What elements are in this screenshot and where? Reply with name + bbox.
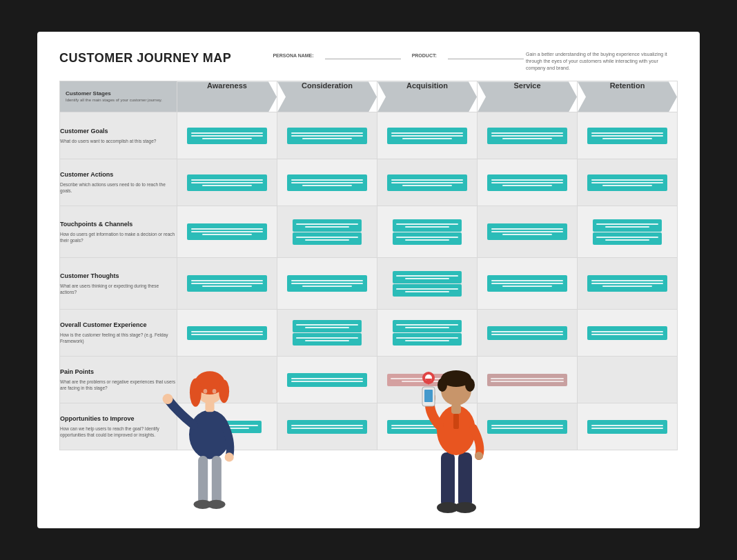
actions-retention (578, 159, 678, 206)
pain-consideration-box (287, 373, 366, 387)
svg-rect-15 (458, 452, 472, 508)
stages-row-title: Customer Stages (60, 88, 177, 99)
stage-retention-arrow: Retention (578, 81, 677, 112)
actions-acquisition-box (387, 174, 466, 191)
svg-rect-10 (212, 456, 222, 504)
pain-desc: What are the problems or negative experi… (60, 379, 177, 391)
opportunities-title: Opportunities to Improve (60, 415, 177, 423)
goals-acquisition (377, 112, 478, 159)
touch-consideration-box2 (293, 232, 362, 245)
touch-service-box (487, 223, 567, 240)
stage-retention-cell: Retention (578, 81, 678, 112)
exp-acquisition-box2 (393, 333, 462, 346)
actions-desc: Describe which actions users need to do … (60, 181, 177, 194)
svg-rect-14 (441, 452, 455, 508)
opp-consideration-box (287, 420, 366, 434)
svg-point-17 (454, 502, 476, 513)
pain-awareness (177, 357, 277, 403)
touch-retention-box1 (593, 219, 662, 232)
actions-awareness (177, 159, 277, 206)
actions-retention-box (587, 174, 667, 191)
actions-consideration (277, 159, 377, 206)
touch-retention-box2 (593, 232, 662, 245)
pain-title: Pain Points (60, 368, 177, 377)
goals-label-cell: Customer Goals What do users want to acc… (60, 112, 177, 159)
actions-service-box (487, 174, 567, 191)
stage-service-cell: Service (478, 81, 578, 112)
thoughts-acquisition-box1 (393, 271, 462, 283)
thoughts-service-box (487, 275, 567, 292)
thoughts-label-cell: Customer Thoughts What are users thinkin… (60, 258, 177, 310)
thoughts-desc: What are users thinking or expecting dur… (60, 283, 177, 295)
product-input[interactable] (448, 51, 524, 59)
pain-retention (578, 357, 678, 403)
stage-awareness-cell: Awareness (177, 81, 277, 112)
goals-consideration (277, 112, 377, 159)
pain-row: Pain Points What are the problems or neg… (60, 357, 678, 403)
pain-acquisition (377, 357, 478, 403)
thoughts-acquisition-box2 (393, 284, 462, 297)
exp-service (478, 310, 578, 357)
thoughts-acquisition (377, 258, 478, 310)
goals-consideration-box (287, 128, 366, 144)
touch-retention (578, 206, 678, 258)
exp-retention (578, 310, 678, 357)
stage-acquisition-cell: Acquisition (377, 81, 478, 112)
stage-awareness-arrow: Awareness (177, 81, 277, 112)
thoughts-awareness-box (187, 275, 266, 292)
actions-title: Customer Actions (60, 171, 177, 179)
product-label: PRODUCT: (412, 53, 437, 58)
goals-retention-box (587, 128, 667, 144)
opp-acquisition (377, 403, 478, 450)
stages-label-cell: Customer Stages Identify all the main st… (60, 81, 177, 112)
stages-row-desc: Identify all the main stages of your cus… (60, 98, 177, 106)
exp-retention-box (587, 326, 667, 340)
goals-awareness-box (187, 128, 266, 144)
actions-awareness-box (187, 174, 266, 191)
goals-desc: What do users want to accomplish at this… (60, 138, 177, 144)
persona-input[interactable] (325, 51, 401, 59)
actions-label-cell: Customer Actions Describe which actions … (60, 159, 177, 206)
pain-service (478, 357, 578, 403)
touch-service (478, 206, 578, 258)
exp-service-box (487, 326, 567, 340)
stage-consideration-cell: Consideration (277, 81, 377, 112)
thoughts-consideration-box (287, 275, 366, 292)
pain-consideration (277, 357, 377, 403)
opp-consideration (277, 403, 377, 450)
slide-container: CUSTOMER JOURNEY MAP PERSONA NAME: PRODU… (37, 32, 700, 528)
actions-row: Customer Actions Describe which actions … (60, 159, 678, 206)
opp-retention-box (587, 420, 667, 434)
opportunities-desc: How can we help users to reach the goal?… (60, 426, 177, 438)
opp-awareness (177, 403, 277, 450)
description-text: Gain a better understanding of the buyin… (526, 51, 678, 71)
exp-awareness (177, 310, 277, 357)
touchpoints-label-cell: Touchpoints & Channels How do users get … (60, 206, 177, 258)
pain-acquisition-box (387, 374, 466, 386)
thoughts-title: Customer Thoughts (60, 272, 177, 281)
opp-service-box (487, 420, 567, 434)
goals-row: Customer Goals What do users want to acc… (60, 112, 678, 159)
actions-consideration-box (287, 174, 366, 191)
opp-service (478, 403, 578, 450)
experience-title: Overall Customer Experience (60, 321, 177, 330)
experience-row: Overall Customer Experience How is the c… (60, 310, 678, 357)
touch-awareness-box (187, 223, 266, 240)
svg-rect-9 (198, 456, 208, 504)
exp-acquisition (377, 310, 478, 357)
goals-title: Customer Goals (60, 128, 177, 136)
svg-point-11 (194, 500, 212, 509)
touch-acquisition (377, 206, 478, 258)
persona-product-fields: PERSONA NAME: PRODUCT: (273, 51, 523, 59)
pain-service-box (487, 374, 567, 386)
opp-awareness-box (193, 421, 262, 433)
actions-acquisition (377, 159, 478, 206)
goals-awareness (177, 112, 277, 159)
touch-consideration-box1 (293, 219, 362, 232)
opp-retention (578, 403, 678, 450)
goals-service-box (487, 128, 567, 144)
svg-point-8 (225, 452, 234, 461)
goals-retention (578, 112, 678, 159)
header-row: CUSTOMER JOURNEY MAP PERSONA NAME: PRODU… (59, 51, 678, 71)
thoughts-awareness (177, 258, 277, 310)
